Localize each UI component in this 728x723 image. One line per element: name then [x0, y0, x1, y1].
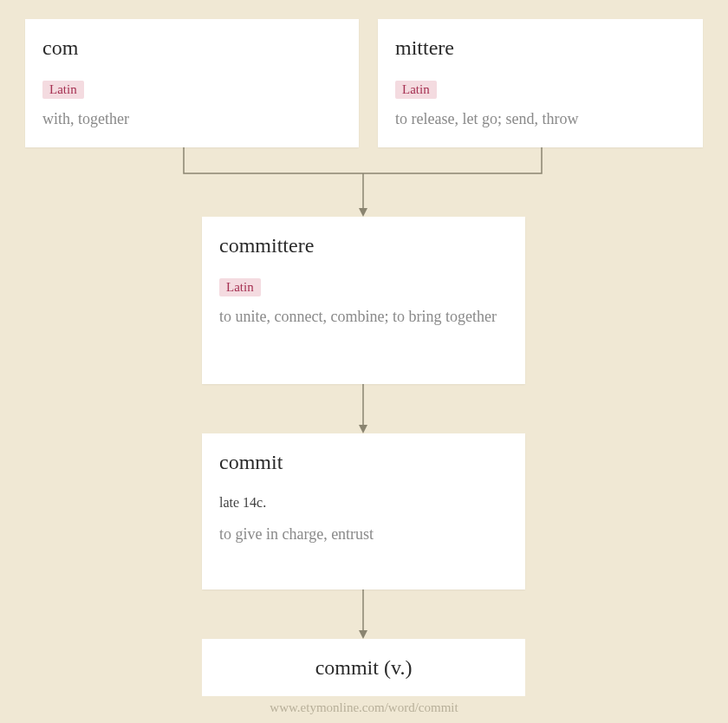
word-com: com — [42, 36, 341, 60]
svg-marker-3 — [359, 425, 367, 433]
word-mittere: mittere — [395, 36, 686, 60]
svg-marker-1 — [359, 208, 367, 217]
date-commit: late 14c. — [219, 495, 508, 511]
definition-commit: to give in charge, entrust — [219, 523, 508, 546]
definition-mittere: to release, let go; send, throw — [395, 107, 686, 131]
word-commit: commit — [219, 451, 508, 474]
definition-committere: to unite, connect, combine; to bring tog… — [219, 305, 508, 329]
word-committere: committere — [219, 234, 508, 257]
svg-marker-5 — [359, 630, 367, 639]
word-final: commit (v.) — [219, 656, 508, 680]
node-committere: committere Latin to unite, connect, comb… — [202, 217, 525, 384]
definition-com: with, together — [42, 107, 341, 131]
node-mittere: mittere Latin to release, let go; send, … — [378, 19, 703, 147]
node-com: com Latin with, together — [25, 19, 359, 147]
language-tag-com: Latin — [42, 81, 84, 99]
language-tag-mittere: Latin — [395, 81, 437, 99]
attribution-text: www.etymonline.com/word/commit — [0, 700, 728, 715]
node-final: commit (v.) — [202, 639, 525, 696]
language-tag-committere: Latin — [219, 278, 261, 296]
node-commit: commit late 14c. to give in charge, entr… — [202, 433, 525, 589]
